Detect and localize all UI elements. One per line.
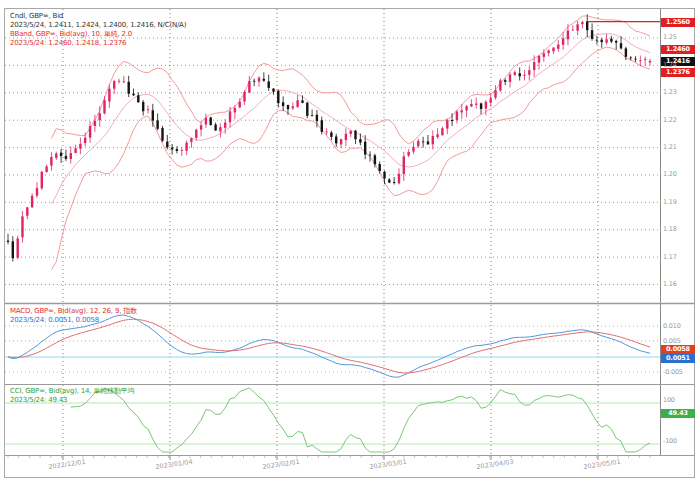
price-tick: 1.18 (663, 226, 677, 233)
legend-candle-ohlc: 2023/5/24, 1.2411, 1.2424, 1.2400, 1.241… (10, 21, 186, 30)
indicator-tick: 100 (663, 397, 675, 404)
price-tick: 1.17 (663, 254, 677, 261)
legend-macd-values: 2023/5/24: 0.0051, 0.0058 (10, 316, 99, 325)
indicator-tick: 0.010 (663, 323, 681, 330)
hline-price-label[interactable]: 1.2560 (661, 18, 695, 27)
legend-candle-title: Cndl, GBP=, Bid (10, 12, 63, 21)
indicator-tick: 0.005 (663, 338, 681, 345)
chart-window: Cndl, GBP=, Bid 2023/5/24, 1.2411, 1.242… (0, 0, 697, 481)
chart-canvas[interactable] (0, 0, 697, 481)
price-tick: 1.22 (663, 117, 677, 124)
indicator-tick: -0.005 (663, 369, 683, 376)
legend-cci-title: CCI, GBP=, Bid(avg), 14, 単純移動平均 (10, 387, 134, 396)
cci-value-label: 49.43 (661, 409, 695, 418)
legend-bband-values: 2023/5/24: 1.2460, 1.2418, 1.2376 (10, 39, 126, 48)
legend-cci-values: 2023/5/24: 49.43 (10, 396, 67, 405)
price-tick: 1.20 (663, 171, 677, 178)
legend-macd-title: MACD, GBP=, Bid(avg), 12, 26, 9, 指数 (10, 307, 137, 316)
legend-bband: BBand, GBP=, Bid(avg), 10, 単純, 2.0 (10, 30, 132, 39)
bb-upper-price-label: 1.2460 (661, 45, 695, 54)
indicator-tick: -100 (663, 438, 677, 445)
price-tick: 1.24 (663, 62, 677, 69)
price-tick: 1.25 (663, 34, 677, 41)
macd-signal-label: 0.0058 (661, 345, 695, 354)
macd-value-label: 0.0051 (661, 354, 695, 363)
price-tick: 1.16 (663, 281, 677, 288)
price-tick: 1.23 (663, 89, 677, 96)
price-tick: 1.21 (663, 144, 677, 151)
price-tick: 1.19 (663, 199, 677, 206)
